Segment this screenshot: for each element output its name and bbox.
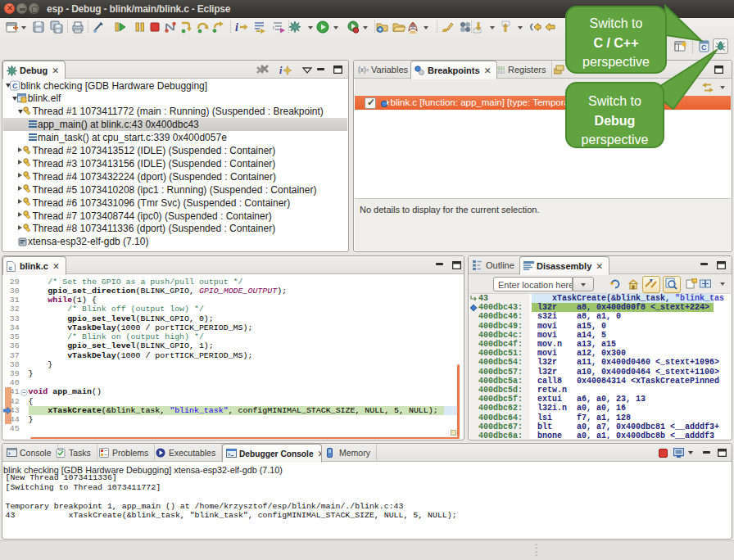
svg-text:(x)=: (x)= bbox=[358, 65, 369, 74]
svg-text:i: i bbox=[279, 65, 283, 75]
svg-text:c: c bbox=[9, 264, 13, 271]
svg-text:C: C bbox=[12, 82, 18, 90]
svg-text:i: i bbox=[235, 21, 238, 34]
